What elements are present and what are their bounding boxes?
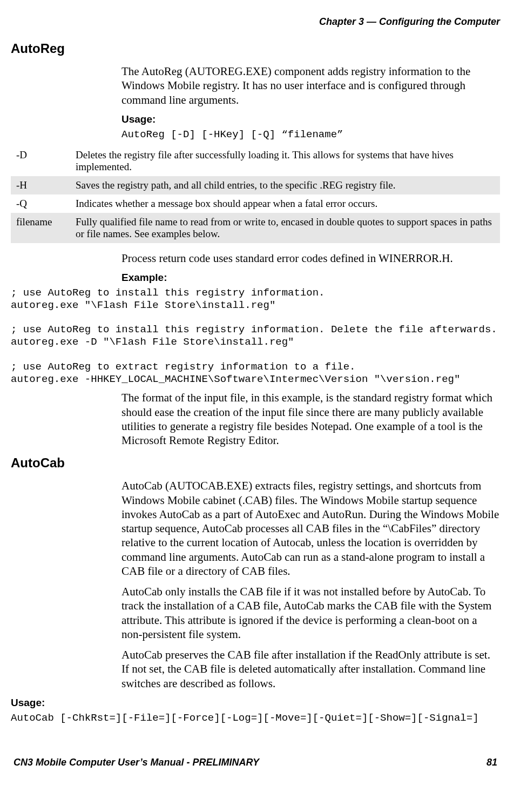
option-desc: Fully qualified file name to read from o… (70, 213, 500, 243)
autoreg-usage-label: Usage: (121, 113, 500, 125)
autoreg-example-label: Example: (121, 272, 500, 284)
autoreg-after-table: Process return code uses standard error … (121, 251, 500, 265)
table-row: -H Saves the registry path, and all chil… (11, 176, 500, 194)
autoreg-heading: AutoReg (11, 41, 500, 56)
option-key: -H (11, 176, 70, 194)
autoreg-options-table: -D Deletes the registry file after succe… (11, 146, 500, 243)
option-desc: Indicates whether a message box should a… (70, 194, 500, 213)
footer-page-number: 81 (487, 757, 497, 768)
running-header: Chapter 3 — Configuring the Computer (11, 16, 500, 28)
table-row: -D Deletes the registry file after succe… (11, 146, 500, 176)
table-row: filename Fully qualified file name to re… (11, 213, 500, 243)
autoreg-example-code: ; use AutoReg to install this registry i… (11, 287, 500, 385)
option-key: -Q (11, 194, 70, 213)
option-desc: Deletes the registry file after successf… (70, 146, 500, 176)
autocab-para1: AutoCab (AUTOCAB.EXE) extracts files, re… (121, 479, 500, 578)
autocab-heading: AutoCab (11, 455, 500, 471)
autocab-para3: AutoCab preserves the CAB file after ins… (121, 648, 500, 690)
autocab-usage-code: AutoCab [-ChkRst=][-File=][-Force][-Log=… (11, 712, 500, 724)
table-row: -Q Indicates whether a message box shoul… (11, 194, 500, 213)
footer-left: CN3 Mobile Computer User’s Manual - PREL… (13, 757, 259, 768)
option-desc: Saves the registry path, and all child e… (70, 176, 500, 194)
page-content: Chapter 3 — Configuring the Computer Aut… (0, 0, 527, 784)
autoreg-after-example: The format of the input file, in this ex… (121, 391, 500, 447)
option-key: -D (11, 146, 70, 176)
page-footer: CN3 Mobile Computer User’s Manual - PREL… (11, 757, 500, 768)
option-key: filename (11, 213, 70, 243)
autoreg-usage-code: AutoReg [-D] [-HKey] [-Q] “filename” (121, 129, 500, 140)
autoreg-intro: The AutoReg (AUTOREG.EXE) component adds… (121, 64, 500, 107)
autocab-usage-label: Usage: (11, 697, 500, 709)
autocab-para2: AutoCab only installs the CAB file if it… (121, 585, 500, 641)
